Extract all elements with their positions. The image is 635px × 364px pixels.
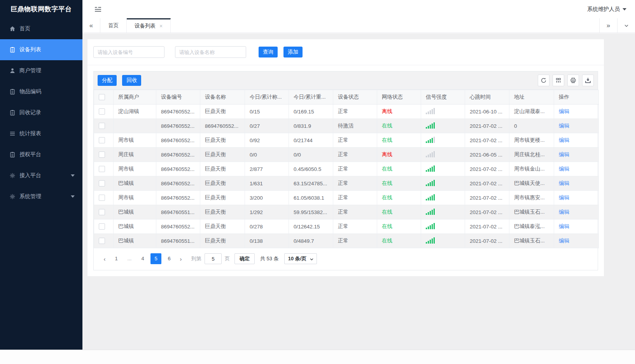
device-no-input[interactable] xyxy=(93,46,164,58)
page-button-5[interactable]: 5 xyxy=(150,253,161,264)
app-window: 巨鼎物联网数字平台 首页设备列表商户管理物品编码回收记录统计报表授权平台接入平台… xyxy=(0,0,635,364)
cell-today-count: 0/0 xyxy=(245,148,289,162)
edit-link[interactable]: 编辑 xyxy=(559,137,569,143)
sidebar-item-1[interactable]: 设备列表 xyxy=(0,39,82,60)
cell-today-count: 0/278 xyxy=(245,219,289,234)
cell-network-status: 在线 xyxy=(377,205,421,219)
cell-device-status: 正常 xyxy=(333,176,377,191)
tabs-scroll-right-button[interactable]: » xyxy=(599,18,617,33)
main-content: 查询 添加 分配 回收 xyxy=(82,33,635,350)
sidebar-item-3[interactable]: 物品编码 xyxy=(0,81,82,102)
cell-heartbeat: 2021-06-05 ... xyxy=(465,148,509,162)
goto-confirm-button[interactable]: 确定 xyxy=(234,253,255,264)
sidebar-item-label: 商户管理 xyxy=(19,67,75,74)
tabs: 首页设备列表× xyxy=(100,18,171,33)
page-button-1[interactable]: 1 xyxy=(111,253,122,264)
edit-link[interactable]: 编辑 xyxy=(559,180,569,186)
tab-0[interactable]: 首页 xyxy=(100,18,127,33)
sidebar-collapse-icon[interactable] xyxy=(94,6,102,12)
tabs-scroll-left-button[interactable]: « xyxy=(82,18,100,33)
cell-today-weight: 61.05/6038.1 xyxy=(289,191,333,205)
cell-heartbeat: 2021-07-02 ... xyxy=(465,219,509,234)
cell-signal xyxy=(421,104,465,119)
page-size-select[interactable]: 10 条/页 xyxy=(284,253,317,264)
cell-network-status: 在线 xyxy=(377,219,421,234)
column-header: 设备编号 xyxy=(156,90,200,104)
sidebar-item-4[interactable]: 回收记录 xyxy=(0,102,82,123)
cell-merchant: 巴城镇 xyxy=(114,219,156,234)
cell-today-weight: 59.95/15382... xyxy=(289,205,333,219)
recycle-record-icon xyxy=(9,110,16,116)
cell-network-status: 在线 xyxy=(377,133,421,148)
row-checkbox[interactable] xyxy=(99,137,105,143)
device-list-card: 查询 添加 分配 回收 xyxy=(87,39,604,276)
cell-device-no: 8694760552... xyxy=(156,119,200,133)
edit-link[interactable]: 编辑 xyxy=(559,195,569,200)
print-button[interactable] xyxy=(567,75,579,86)
row-checkbox[interactable] xyxy=(99,238,105,244)
row-checkbox[interactable] xyxy=(99,195,105,201)
cell-address: 巴城镇天使... xyxy=(509,176,554,191)
page-button-6[interactable]: 6 xyxy=(164,253,175,264)
total-count-label: 共 53 条 xyxy=(260,255,279,262)
bottom-scrollbar-area[interactable] xyxy=(0,350,635,364)
table-row: 淀山湖镇8694760552...巨鼎天衡0/150/169.15正常离线202… xyxy=(94,104,599,119)
sidebar-item-7[interactable]: 接入平台 xyxy=(0,165,82,186)
select-all-checkbox[interactable] xyxy=(99,94,105,100)
cell-device-status: 正常 xyxy=(333,133,377,148)
cell-device-no: 8694760552... xyxy=(156,104,200,119)
cell-merchant: 周庄镇 xyxy=(114,148,156,162)
row-checkbox[interactable] xyxy=(99,209,105,215)
column-header: 设备名称 xyxy=(200,90,245,104)
sidebar-item-8[interactable]: 系统管理 xyxy=(0,186,82,207)
row-checkbox[interactable] xyxy=(99,166,105,172)
device-list-icon xyxy=(9,47,16,53)
next-page-button[interactable]: › xyxy=(176,253,186,264)
edit-link[interactable]: 编辑 xyxy=(559,123,569,129)
edit-link[interactable]: 编辑 xyxy=(559,166,569,172)
row-checkbox[interactable] xyxy=(99,123,105,129)
add-button[interactable]: 添加 xyxy=(283,47,303,57)
report-icon xyxy=(9,131,16,137)
tab-close-icon[interactable]: × xyxy=(159,23,163,29)
cell-network-status: 离线 xyxy=(377,148,421,162)
cell-heartbeat: 2021-07-02 ... xyxy=(465,191,509,205)
edit-link[interactable]: 编辑 xyxy=(559,209,569,215)
print-icon xyxy=(570,77,576,84)
sidebar-item-0[interactable]: 首页 xyxy=(0,18,82,39)
goto-page-input[interactable] xyxy=(205,253,222,264)
tabs-menu-button[interactable] xyxy=(617,18,635,33)
sidebar-item-5[interactable]: 统计报表 xyxy=(0,123,82,144)
cell-device-name: 巨鼎天衡 xyxy=(200,191,245,205)
device-name-input[interactable] xyxy=(175,46,246,58)
page-button-4[interactable]: 4 xyxy=(137,253,148,264)
cell-signal xyxy=(421,176,465,191)
refresh-button[interactable] xyxy=(538,75,549,86)
row-checkbox[interactable] xyxy=(99,180,105,186)
cell-address: 0 xyxy=(509,119,554,133)
user-menu[interactable]: 系统维护人员 xyxy=(587,6,626,13)
edit-link[interactable]: 编辑 xyxy=(559,238,569,244)
edit-link[interactable]: 编辑 xyxy=(559,108,569,114)
row-checkbox[interactable] xyxy=(99,223,105,230)
export-button[interactable] xyxy=(582,75,594,86)
edit-link[interactable]: 编辑 xyxy=(559,152,569,157)
table-row: 巴城镇8694760551...巨鼎天衡1/29259.95/15382...正… xyxy=(94,205,599,219)
edit-link[interactable]: 编辑 xyxy=(559,223,569,229)
search-row: 查询 添加 xyxy=(87,39,604,65)
row-checkbox[interactable] xyxy=(99,108,105,115)
sidebar-item-2[interactable]: 商户管理 xyxy=(0,60,82,81)
columns-button[interactable] xyxy=(553,75,564,86)
query-button[interactable]: 查询 xyxy=(259,47,278,57)
signal-strength-indicator xyxy=(426,151,435,157)
column-header: 操作 xyxy=(554,90,599,104)
prev-page-button[interactable]: ‹ xyxy=(100,253,110,264)
cell-today-count: 1/631 xyxy=(245,176,289,191)
sidebar-item-6[interactable]: 授权平台 xyxy=(0,144,82,165)
cell-today-weight: 0/21744 xyxy=(289,133,333,148)
recycle-button[interactable]: 回收 xyxy=(122,75,141,86)
tab-1[interactable]: 设备列表× xyxy=(127,18,171,33)
cell-device-no: 8694760552... xyxy=(156,133,200,148)
assign-button[interactable]: 分配 xyxy=(98,75,117,86)
row-checkbox[interactable] xyxy=(99,152,105,158)
